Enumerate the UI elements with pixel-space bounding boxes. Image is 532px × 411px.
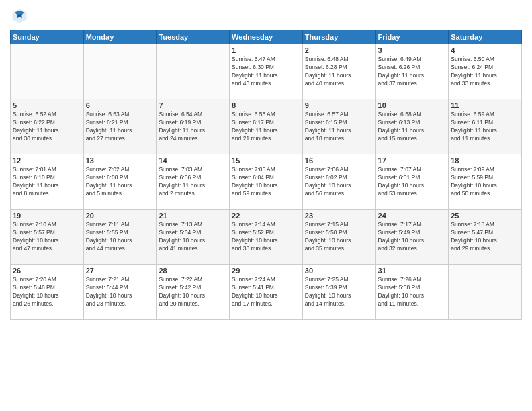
day-number: 1 [232, 46, 300, 54]
calendar-cell: 12Sunrise: 7:01 AM Sunset: 6:10 PM Dayli… [11, 154, 84, 210]
logo [10, 7, 32, 26]
calendar-week-2: 5Sunrise: 6:52 AM Sunset: 6:22 PM Daylig… [11, 99, 522, 154]
calendar-cell: 7Sunrise: 6:54 AM Sunset: 6:19 PM Daylig… [157, 99, 230, 154]
day-info: Sunrise: 7:26 AM Sunset: 5:38 PM Dayligh… [378, 276, 447, 308]
calendar-cell: 8Sunrise: 6:56 AM Sunset: 6:17 PM Daylig… [230, 99, 303, 154]
calendar-cell: 31Sunrise: 7:26 AM Sunset: 5:38 PM Dayli… [375, 265, 449, 320]
day-number: 31 [378, 267, 447, 275]
day-number: 8 [232, 101, 300, 109]
day-info: Sunrise: 7:13 AM Sunset: 5:54 PM Dayligh… [159, 221, 227, 253]
day-number: 15 [232, 156, 300, 165]
header [10, 7, 522, 26]
day-number: 27 [86, 267, 154, 275]
day-info: Sunrise: 7:10 AM Sunset: 5:57 PM Dayligh… [13, 221, 81, 253]
day-info: Sunrise: 7:25 AM Sunset: 5:39 PM Dayligh… [305, 276, 373, 308]
day-info: Sunrise: 6:53 AM Sunset: 6:21 PM Dayligh… [86, 111, 154, 143]
calendar-cell: 17Sunrise: 7:07 AM Sunset: 6:01 PM Dayli… [375, 154, 449, 210]
calendar-cell: 13Sunrise: 7:02 AM Sunset: 6:08 PM Dayli… [83, 154, 157, 210]
day-info: Sunrise: 7:17 AM Sunset: 5:49 PM Dayligh… [378, 221, 447, 253]
day-number: 21 [159, 212, 227, 220]
day-info: Sunrise: 7:05 AM Sunset: 6:04 PM Dayligh… [232, 166, 300, 198]
weekday-header-wednesday: Wednesday [230, 30, 303, 44]
day-info: Sunrise: 7:15 AM Sunset: 5:50 PM Dayligh… [305, 221, 373, 253]
day-info: Sunrise: 6:47 AM Sunset: 6:30 PM Dayligh… [232, 56, 300, 88]
calendar-cell [83, 44, 157, 99]
calendar-cell: 3Sunrise: 6:49 AM Sunset: 6:26 PM Daylig… [375, 44, 449, 99]
day-info: Sunrise: 6:50 AM Sunset: 6:24 PM Dayligh… [451, 56, 519, 88]
day-number: 10 [378, 101, 447, 109]
calendar-cell: 24Sunrise: 7:17 AM Sunset: 5:49 PM Dayli… [375, 210, 449, 265]
day-info: Sunrise: 6:56 AM Sunset: 6:17 PM Dayligh… [232, 111, 300, 143]
day-number: 30 [305, 267, 373, 275]
weekday-header-sunday: Sunday [11, 30, 84, 44]
day-number: 16 [305, 156, 373, 165]
calendar-cell: 2Sunrise: 6:48 AM Sunset: 6:28 PM Daylig… [302, 44, 375, 99]
day-info: Sunrise: 7:03 AM Sunset: 6:06 PM Dayligh… [159, 166, 227, 198]
day-info: Sunrise: 6:52 AM Sunset: 6:22 PM Dayligh… [13, 111, 81, 143]
calendar-table: SundayMondayTuesdayWednesdayThursdayFrid… [10, 30, 522, 320]
calendar-week-3: 12Sunrise: 7:01 AM Sunset: 6:10 PM Dayli… [11, 154, 522, 210]
day-info: Sunrise: 6:48 AM Sunset: 6:28 PM Dayligh… [305, 56, 373, 88]
day-number: 28 [159, 267, 227, 275]
calendar-cell: 10Sunrise: 6:58 AM Sunset: 6:13 PM Dayli… [375, 99, 449, 154]
day-info: Sunrise: 7:20 AM Sunset: 5:46 PM Dayligh… [13, 276, 81, 308]
weekday-header-monday: Monday [83, 30, 157, 44]
calendar-cell: 22Sunrise: 7:14 AM Sunset: 5:52 PM Dayli… [230, 210, 303, 265]
day-number: 6 [86, 101, 154, 109]
day-info: Sunrise: 7:07 AM Sunset: 6:01 PM Dayligh… [378, 166, 447, 198]
day-info: Sunrise: 6:59 AM Sunset: 6:11 PM Dayligh… [451, 111, 519, 143]
calendar-cell: 1Sunrise: 6:47 AM Sunset: 6:30 PM Daylig… [230, 44, 303, 99]
calendar-cell: 23Sunrise: 7:15 AM Sunset: 5:50 PM Dayli… [302, 210, 375, 265]
day-number: 5 [13, 101, 81, 109]
calendar-cell [157, 44, 230, 99]
calendar-cell: 19Sunrise: 7:10 AM Sunset: 5:57 PM Dayli… [11, 210, 84, 265]
day-info: Sunrise: 6:58 AM Sunset: 6:13 PM Dayligh… [378, 111, 447, 143]
day-info: Sunrise: 7:09 AM Sunset: 5:59 PM Dayligh… [451, 166, 519, 198]
weekday-header-friday: Friday [375, 30, 449, 44]
calendar-cell: 15Sunrise: 7:05 AM Sunset: 6:04 PM Dayli… [230, 154, 303, 210]
calendar-cell: 30Sunrise: 7:25 AM Sunset: 5:39 PM Dayli… [302, 265, 375, 320]
day-number: 12 [13, 156, 81, 165]
calendar-cell [11, 44, 84, 99]
calendar-week-4: 19Sunrise: 7:10 AM Sunset: 5:57 PM Dayli… [11, 210, 522, 265]
day-number: 26 [13, 267, 81, 275]
day-number: 14 [159, 156, 227, 165]
calendar-cell: 16Sunrise: 7:06 AM Sunset: 6:02 PM Dayli… [302, 154, 375, 210]
calendar-cell: 18Sunrise: 7:09 AM Sunset: 5:59 PM Dayli… [449, 154, 522, 210]
calendar-cell: 20Sunrise: 7:11 AM Sunset: 5:55 PM Dayli… [83, 210, 157, 265]
weekday-header-row: SundayMondayTuesdayWednesdayThursdayFrid… [11, 30, 522, 44]
logo-icon [10, 7, 29, 26]
calendar-cell: 21Sunrise: 7:13 AM Sunset: 5:54 PM Dayli… [157, 210, 230, 265]
day-info: Sunrise: 7:21 AM Sunset: 5:44 PM Dayligh… [86, 276, 154, 308]
day-info: Sunrise: 7:18 AM Sunset: 5:47 PM Dayligh… [451, 221, 519, 253]
day-info: Sunrise: 7:06 AM Sunset: 6:02 PM Dayligh… [305, 166, 373, 198]
day-number: 17 [378, 156, 447, 165]
day-info: Sunrise: 7:14 AM Sunset: 5:52 PM Dayligh… [232, 221, 300, 253]
day-number: 20 [86, 212, 154, 220]
calendar-cell: 5Sunrise: 6:52 AM Sunset: 6:22 PM Daylig… [11, 99, 84, 154]
day-number: 22 [232, 212, 300, 220]
calendar-cell: 6Sunrise: 6:53 AM Sunset: 6:21 PM Daylig… [83, 99, 157, 154]
day-info: Sunrise: 6:57 AM Sunset: 6:15 PM Dayligh… [305, 111, 373, 143]
calendar-cell: 26Sunrise: 7:20 AM Sunset: 5:46 PM Dayli… [11, 265, 84, 320]
day-number: 13 [86, 156, 154, 165]
calendar-week-1: 1Sunrise: 6:47 AM Sunset: 6:30 PM Daylig… [11, 44, 522, 99]
day-number: 19 [13, 212, 81, 220]
weekday-header-tuesday: Tuesday [157, 30, 230, 44]
calendar-cell: 9Sunrise: 6:57 AM Sunset: 6:15 PM Daylig… [302, 99, 375, 154]
day-info: Sunrise: 7:02 AM Sunset: 6:08 PM Dayligh… [86, 166, 154, 198]
day-number: 29 [232, 267, 300, 275]
day-number: 23 [305, 212, 373, 220]
day-number: 4 [451, 46, 519, 54]
calendar-week-5: 26Sunrise: 7:20 AM Sunset: 5:46 PM Dayli… [11, 265, 522, 320]
day-info: Sunrise: 7:24 AM Sunset: 5:41 PM Dayligh… [232, 276, 300, 308]
day-number: 25 [451, 212, 519, 220]
weekday-header-thursday: Thursday [302, 30, 375, 44]
calendar-cell: 27Sunrise: 7:21 AM Sunset: 5:44 PM Dayli… [83, 265, 157, 320]
day-number: 3 [378, 46, 447, 54]
page: SundayMondayTuesdayWednesdayThursdayFrid… [0, 0, 532, 411]
calendar-cell: 14Sunrise: 7:03 AM Sunset: 6:06 PM Dayli… [157, 154, 230, 210]
calendar-cell: 28Sunrise: 7:22 AM Sunset: 5:42 PM Dayli… [157, 265, 230, 320]
day-number: 9 [305, 101, 373, 109]
calendar-cell: 4Sunrise: 6:50 AM Sunset: 6:24 PM Daylig… [449, 44, 522, 99]
